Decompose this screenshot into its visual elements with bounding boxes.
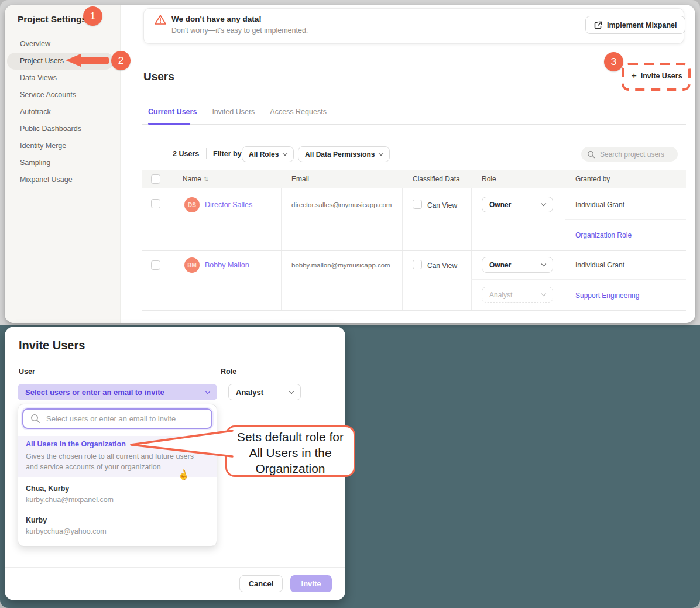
header-granted-by: Granted by — [575, 175, 610, 183]
grant-divider — [565, 219, 686, 220]
option-user[interactable]: Chua, Kurby — [26, 485, 69, 493]
sidebar-item-public-dashboards[interactable]: Public Dashboards — [7, 121, 114, 138]
search-project-users-input[interactable]: Search project users — [581, 147, 678, 162]
tab-current-users[interactable]: Current Users — [148, 108, 197, 116]
screenshot-root: Project Settings Overview Project Users … — [0, 0, 700, 608]
header-email: Email — [291, 175, 309, 183]
dashed-highlight-box — [620, 61, 692, 92]
chevron-down-icon — [541, 201, 546, 206]
search-placeholder: Search project users — [600, 150, 664, 159]
sidebar-item-service-accounts[interactable]: Service Accounts — [7, 87, 114, 104]
can-view-label: Can View — [427, 262, 457, 270]
implement-mixpanel-button[interactable]: Implement Mixpanel — [585, 16, 685, 34]
role-dropdown-value: Analyst — [236, 388, 263, 397]
invite-submit-button[interactable]: Invite — [290, 575, 332, 592]
role-select[interactable]: Owner — [482, 197, 553, 212]
user-multiselect-value: Select users or enter an email to invite — [25, 388, 164, 397]
banner-subtitle: Don't worry—it's easy to get implemented… — [171, 26, 308, 35]
users-tabs: Current Users Invited Users Access Reque… — [148, 108, 327, 116]
chevron-down-icon — [541, 262, 546, 266]
tab-access-requests[interactable]: Access Requests — [270, 108, 327, 116]
cancel-button[interactable]: Cancel — [239, 575, 283, 592]
user-name-link[interactable]: Director Salles — [205, 201, 252, 209]
column-divider — [565, 188, 565, 311]
warning-icon — [154, 14, 167, 26]
user-email: director.salles@mymusicapp.com — [291, 201, 392, 208]
avatar: DS — [184, 197, 200, 212]
row-divider — [142, 250, 686, 251]
sidebar-item-autotrack[interactable]: Autotrack — [7, 104, 114, 121]
toolbar-divider — [206, 148, 207, 159]
callout-tail — [126, 421, 235, 474]
all-data-permissions-label: All Data Permissions — [305, 150, 375, 159]
all-roles-label: All Roles — [249, 150, 279, 159]
support-engineering-link[interactable]: Support Engineering — [575, 291, 639, 300]
role-select[interactable]: Owner — [482, 257, 553, 273]
external-link-icon — [594, 21, 602, 29]
tabs-divider — [142, 124, 686, 125]
can-view-label: Can View — [427, 201, 457, 209]
search-icon — [30, 414, 40, 424]
granted-by-value: Individual Grant — [575, 261, 624, 269]
sidebar-item-sampling[interactable]: Sampling — [7, 154, 114, 171]
user-field-label: User — [19, 367, 35, 376]
user-email: bobby.mallon@mymusicapp.com — [291, 262, 390, 269]
implement-mixpanel-label: Implement Mixpanel — [607, 21, 677, 29]
all-roles-filter[interactable]: All Roles — [242, 146, 294, 162]
organization-role-link[interactable]: Organization Role — [575, 231, 632, 239]
row-checkbox[interactable] — [151, 260, 160, 270]
header-name[interactable]: Name⇅ — [183, 175, 208, 183]
role-dropdown[interactable]: Analyst — [228, 384, 301, 400]
banner-title: We don't have any data! — [171, 15, 262, 23]
column-divider — [281, 188, 282, 311]
sidebar-item-overview[interactable]: Overview — [7, 36, 114, 53]
user-multiselect[interactable]: Select users or enter an email to invite — [18, 384, 217, 400]
filter-by-label: Filter by — [213, 150, 242, 158]
all-data-permissions-filter[interactable]: All Data Permissions — [298, 146, 390, 162]
option-all-users[interactable]: All Users in the Organization — [26, 440, 126, 448]
granted-by-value: Individual Grant — [575, 201, 624, 209]
step-badge-2: 2 — [111, 51, 131, 70]
chevron-down-icon — [289, 389, 294, 393]
user-count: 2 Users — [173, 150, 199, 158]
search-icon — [587, 150, 595, 159]
role-select-disabled: Analyst — [482, 287, 553, 303]
row-checkbox[interactable] — [151, 199, 160, 208]
modal-footer-divider — [5, 567, 345, 568]
can-view-checkbox[interactable] — [413, 200, 422, 209]
user-name-link[interactable]: Bobby Mallon — [205, 261, 249, 269]
callout-text: Sets default role for All Users in the O… — [229, 429, 351, 476]
header-role: Role — [482, 175, 496, 183]
header-classified-data: Classified Data — [413, 175, 460, 183]
chevron-down-icon — [283, 151, 287, 156]
sort-icon[interactable]: ⇅ — [204, 176, 208, 183]
option-user-email: kurby.chua@mixpanel.com — [26, 496, 114, 504]
modal-title: Invite Users — [19, 339, 85, 352]
column-divider — [402, 188, 403, 311]
tab-invited-users[interactable]: Invited Users — [212, 108, 255, 116]
chevron-down-icon — [541, 291, 546, 296]
annotation-arrow-tail — [80, 57, 109, 64]
sidebar-item-data-views[interactable]: Data Views — [7, 70, 114, 87]
role-field-label: Role — [221, 367, 236, 376]
can-view-checkbox[interactable] — [413, 260, 422, 269]
option-user[interactable]: Kurby — [26, 516, 47, 524]
step-badge-1: 1 — [83, 6, 102, 26]
active-tab-underline — [148, 123, 190, 125]
option-user-email: kurbycchua@yahoo.com — [26, 527, 107, 535]
row-divider — [142, 310, 686, 311]
column-divider — [471, 188, 472, 311]
select-all-checkbox[interactable] — [151, 174, 160, 184]
avatar: BM — [184, 257, 200, 273]
chevron-down-icon — [205, 389, 210, 393]
users-page-title: Users — [143, 70, 174, 83]
chevron-down-icon — [379, 151, 383, 156]
annotation-arrow-icon — [66, 54, 81, 67]
sidebar-title: Project Settings — [18, 14, 87, 25]
step-badge-3: 3 — [604, 52, 623, 71]
grant-divider — [471, 279, 686, 280]
sidebar-item-identity-merge[interactable]: Identity Merge — [7, 138, 114, 154]
sidebar-item-mixpanel-usage[interactable]: Mixpanel Usage — [7, 171, 114, 188]
